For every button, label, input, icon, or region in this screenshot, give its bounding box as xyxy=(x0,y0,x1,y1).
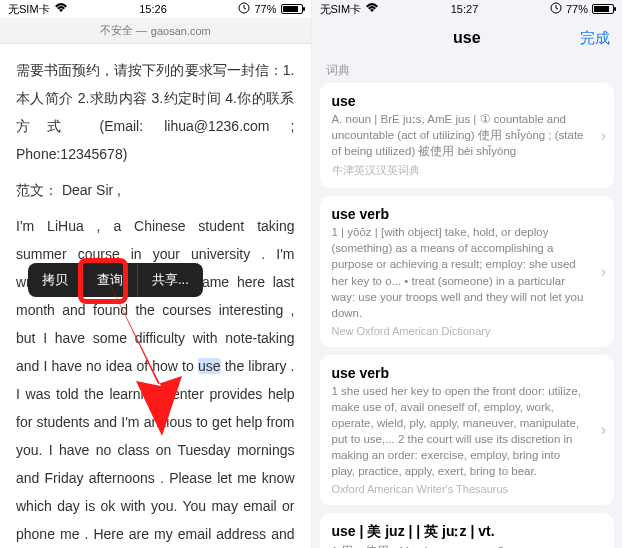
ctx-share[interactable]: 共享... xyxy=(138,263,203,297)
rotation-lock-icon xyxy=(238,2,250,16)
lookup-navbar: use 完成 xyxy=(312,18,623,58)
status-bar-left: 无SIM卡 15:26 77% xyxy=(0,0,311,18)
clock-label: 15:27 xyxy=(451,3,479,15)
entry-definition: A. noun | BrE juːs, AmE jus | ① countabl… xyxy=(332,111,585,159)
lookup-title: use xyxy=(453,29,481,47)
dict-entry[interactable]: use verb 1 she used her key to open the … xyxy=(320,355,615,506)
ctx-lookup[interactable]: 查询 xyxy=(83,263,137,297)
selected-word[interactable]: use xyxy=(198,358,221,374)
entry-definition: 1 | yōōz | [with object] take, hold, or … xyxy=(332,224,585,321)
ctx-copy[interactable]: 拷贝 xyxy=(28,263,82,297)
entry-source: New Oxford American Dictionary xyxy=(332,325,585,337)
status-bar-right: 无SIM卡 15:27 77% xyxy=(312,0,623,18)
entry-headword: use | 美 juz | | 英 juːz | vt. xyxy=(332,523,585,541)
chevron-right-icon: › xyxy=(601,127,606,145)
entry-source: 牛津英汉汉英词典 xyxy=(332,163,585,178)
clock-label: 15:26 xyxy=(139,3,167,15)
battery-percent: 77% xyxy=(566,3,588,15)
context-menu: 拷贝 查询 共享... xyxy=(28,263,203,297)
dict-entry[interactable]: use | 美 juz | | 英 juːz | vt. 1.用，使用 • Ma… xyxy=(320,513,615,548)
done-button[interactable]: 完成 xyxy=(580,29,610,48)
entry-source: Oxford American Writer's Thesaurus xyxy=(332,483,585,495)
entry-definition: 1 she used her key to open the front doo… xyxy=(332,383,585,480)
battery-icon xyxy=(281,4,303,14)
dictionary-section-label: 词典 xyxy=(312,58,623,83)
body-after: the library . I was told the learning ce… xyxy=(16,358,295,548)
chevron-right-icon: › xyxy=(601,421,606,439)
dict-entry[interactable]: use A. noun | BrE juːs, AmE jus | ① coun… xyxy=(320,83,615,188)
battery-icon xyxy=(592,4,614,14)
right-screen: 无SIM卡 15:27 77% use 完成 词典 use A. noun | xyxy=(312,0,623,548)
entry-headword: use verb xyxy=(332,206,585,222)
entry-headword: use verb xyxy=(332,365,585,381)
carrier-label: 无SIM卡 xyxy=(320,2,362,17)
dict-entry[interactable]: use verb 1 | yōōz | [with object] take, … xyxy=(320,196,615,347)
battery-percent: 77% xyxy=(254,3,276,15)
chevron-right-icon: › xyxy=(601,542,606,548)
intro-paragraph: 需要书面预约，请按下列的要求写一封信：1.本人简介 2.求助内容 3.约定时间 … xyxy=(16,56,295,168)
not-secure-label: 不安全 — xyxy=(100,23,147,38)
left-screen: 无SIM卡 15:26 77% 不安全 — gaosan.com 需要书面预约，… xyxy=(0,0,312,548)
greeting-line: 范文： Dear Sir , xyxy=(16,176,295,204)
url-host: gaosan.com xyxy=(151,25,211,37)
wifi-icon xyxy=(365,3,379,15)
chevron-right-icon: › xyxy=(601,263,606,281)
entry-definition: 1.用，使用 • May I use your pen? xyxy=(332,543,585,548)
dictionary-cards: use A. noun | BrE juːs, AmE jus | ① coun… xyxy=(312,83,623,548)
url-bar[interactable]: 不安全 — gaosan.com xyxy=(0,18,311,44)
carrier-label: 无SIM卡 xyxy=(8,2,50,17)
rotation-lock-icon xyxy=(550,2,562,16)
wifi-icon xyxy=(54,3,68,15)
entry-headword: use xyxy=(332,93,585,109)
